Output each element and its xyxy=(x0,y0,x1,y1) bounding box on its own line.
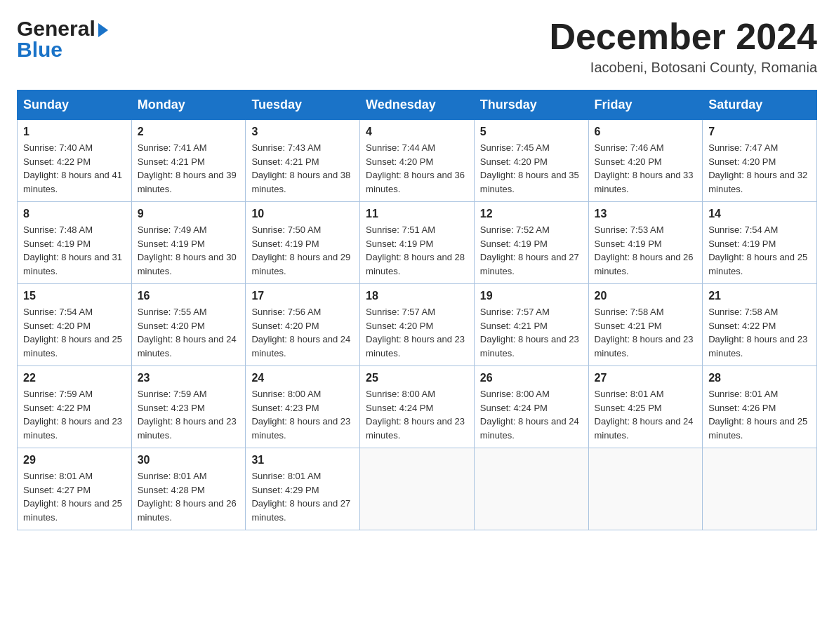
day-number: 27 xyxy=(595,372,697,384)
day-number: 11 xyxy=(366,208,468,220)
day-info: Sunrise: 8:00 AMSunset: 4:23 PMDaylight:… xyxy=(251,387,354,442)
day-number: 19 xyxy=(480,290,583,302)
calendar-cell: 4 Sunrise: 7:44 AMSunset: 4:20 PMDayligh… xyxy=(360,120,475,202)
calendar-week-row: 1 Sunrise: 7:40 AMSunset: 4:22 PMDayligh… xyxy=(18,120,817,202)
calendar-cell: 9 Sunrise: 7:49 AMSunset: 4:19 PMDayligh… xyxy=(131,202,246,284)
calendar-week-row: 29 Sunrise: 8:01 AMSunset: 4:27 PMDaylig… xyxy=(18,448,817,530)
column-header-monday: Monday xyxy=(131,90,246,120)
day-info: Sunrise: 7:52 AMSunset: 4:19 PMDaylight:… xyxy=(480,223,583,278)
column-header-wednesday: Wednesday xyxy=(360,90,475,120)
calendar-cell: 24 Sunrise: 8:00 AMSunset: 4:23 PMDaylig… xyxy=(246,366,360,448)
day-info: Sunrise: 7:59 AMSunset: 4:23 PMDaylight:… xyxy=(138,387,240,442)
day-number: 24 xyxy=(251,372,354,384)
day-info: Sunrise: 8:01 AMSunset: 4:28 PMDaylight:… xyxy=(138,469,240,524)
calendar-cell: 31 Sunrise: 8:01 AMSunset: 4:29 PMDaylig… xyxy=(246,448,360,530)
page-header: General Blue December 2024 Iacobeni, Bot… xyxy=(17,17,817,76)
logo-general: General xyxy=(17,17,108,41)
day-info: Sunrise: 8:01 AMSunset: 4:29 PMDaylight:… xyxy=(251,469,354,524)
calendar-header-row: SundayMondayTuesdayWednesdayThursdayFrid… xyxy=(18,90,817,120)
day-info: Sunrise: 7:51 AMSunset: 4:19 PMDaylight:… xyxy=(366,223,468,278)
title-section: December 2024 Iacobeni, Botosani County,… xyxy=(549,17,817,76)
day-number: 30 xyxy=(138,454,240,467)
calendar-cell: 1 Sunrise: 7:40 AMSunset: 4:22 PMDayligh… xyxy=(18,120,132,202)
day-number: 18 xyxy=(366,290,468,302)
calendar-cell: 12 Sunrise: 7:52 AMSunset: 4:19 PMDaylig… xyxy=(474,202,588,284)
day-number: 2 xyxy=(138,126,240,138)
day-info: Sunrise: 8:01 AMSunset: 4:27 PMDaylight:… xyxy=(23,469,126,524)
calendar-cell: 27 Sunrise: 8:01 AMSunset: 4:25 PMDaylig… xyxy=(588,366,703,448)
day-info: Sunrise: 7:57 AMSunset: 4:21 PMDaylight:… xyxy=(480,305,583,360)
calendar-cell xyxy=(474,448,588,530)
day-number: 28 xyxy=(708,372,811,384)
day-info: Sunrise: 7:48 AMSunset: 4:19 PMDaylight:… xyxy=(23,223,126,278)
column-header-saturday: Saturday xyxy=(703,90,817,120)
day-number: 1 xyxy=(23,126,126,138)
month-title: December 2024 xyxy=(549,17,817,57)
day-number: 20 xyxy=(595,290,697,302)
day-info: Sunrise: 7:54 AMSunset: 4:20 PMDaylight:… xyxy=(23,305,126,360)
day-info: Sunrise: 7:57 AMSunset: 4:20 PMDaylight:… xyxy=(366,305,468,360)
calendar-cell: 26 Sunrise: 8:00 AMSunset: 4:24 PMDaylig… xyxy=(474,366,588,448)
calendar-cell: 21 Sunrise: 7:58 AMSunset: 4:22 PMDaylig… xyxy=(703,284,817,366)
day-number: 12 xyxy=(480,208,583,220)
day-info: Sunrise: 8:01 AMSunset: 4:26 PMDaylight:… xyxy=(708,387,811,442)
day-number: 17 xyxy=(251,290,354,302)
day-number: 9 xyxy=(138,208,240,220)
calendar-table: SundayMondayTuesdayWednesdayThursdayFrid… xyxy=(17,90,817,530)
day-info: Sunrise: 7:49 AMSunset: 4:19 PMDaylight:… xyxy=(138,223,240,278)
day-number: 7 xyxy=(708,126,811,138)
calendar-cell xyxy=(360,448,475,530)
day-number: 4 xyxy=(366,126,468,138)
calendar-cell: 14 Sunrise: 7:54 AMSunset: 4:19 PMDaylig… xyxy=(703,202,817,284)
day-number: 10 xyxy=(251,208,354,220)
logo-blue: Blue xyxy=(17,38,62,62)
calendar-cell: 23 Sunrise: 7:59 AMSunset: 4:23 PMDaylig… xyxy=(131,366,246,448)
day-number: 15 xyxy=(23,290,126,302)
calendar-cell: 30 Sunrise: 8:01 AMSunset: 4:28 PMDaylig… xyxy=(131,448,246,530)
day-number: 16 xyxy=(138,290,240,302)
day-info: Sunrise: 7:55 AMSunset: 4:20 PMDaylight:… xyxy=(138,305,240,360)
column-header-friday: Friday xyxy=(588,90,703,120)
calendar-cell: 10 Sunrise: 7:50 AMSunset: 4:19 PMDaylig… xyxy=(246,202,360,284)
day-number: 6 xyxy=(595,126,697,138)
day-info: Sunrise: 7:45 AMSunset: 4:20 PMDaylight:… xyxy=(480,141,583,196)
calendar-cell: 29 Sunrise: 8:01 AMSunset: 4:27 PMDaylig… xyxy=(18,448,132,530)
calendar-cell xyxy=(703,448,817,530)
calendar-cell xyxy=(588,448,703,530)
day-number: 22 xyxy=(23,372,126,384)
day-info: Sunrise: 8:00 AMSunset: 4:24 PMDaylight:… xyxy=(480,387,583,442)
calendar-cell: 20 Sunrise: 7:58 AMSunset: 4:21 PMDaylig… xyxy=(588,284,703,366)
day-info: Sunrise: 7:50 AMSunset: 4:19 PMDaylight:… xyxy=(251,223,354,278)
calendar-cell: 25 Sunrise: 8:00 AMSunset: 4:24 PMDaylig… xyxy=(360,366,475,448)
day-number: 14 xyxy=(708,208,811,220)
day-info: Sunrise: 7:44 AMSunset: 4:20 PMDaylight:… xyxy=(366,141,468,196)
day-number: 25 xyxy=(366,372,468,384)
day-info: Sunrise: 7:53 AMSunset: 4:19 PMDaylight:… xyxy=(595,223,697,278)
calendar-week-row: 22 Sunrise: 7:59 AMSunset: 4:22 PMDaylig… xyxy=(18,366,817,448)
day-number: 29 xyxy=(23,454,126,467)
day-number: 23 xyxy=(138,372,240,384)
day-info: Sunrise: 7:59 AMSunset: 4:22 PMDaylight:… xyxy=(23,387,126,442)
column-header-tuesday: Tuesday xyxy=(246,90,360,120)
column-header-thursday: Thursday xyxy=(474,90,588,120)
day-info: Sunrise: 8:01 AMSunset: 4:25 PMDaylight:… xyxy=(595,387,697,442)
column-header-sunday: Sunday xyxy=(18,90,132,120)
calendar-cell: 2 Sunrise: 7:41 AMSunset: 4:21 PMDayligh… xyxy=(131,120,246,202)
calendar-cell: 13 Sunrise: 7:53 AMSunset: 4:19 PMDaylig… xyxy=(588,202,703,284)
day-info: Sunrise: 7:41 AMSunset: 4:21 PMDaylight:… xyxy=(138,141,240,196)
day-info: Sunrise: 7:47 AMSunset: 4:20 PMDaylight:… xyxy=(708,141,811,196)
day-info: Sunrise: 7:58 AMSunset: 4:21 PMDaylight:… xyxy=(595,305,697,360)
day-info: Sunrise: 7:40 AMSunset: 4:22 PMDaylight:… xyxy=(23,141,126,196)
day-number: 13 xyxy=(595,208,697,220)
day-info: Sunrise: 8:00 AMSunset: 4:24 PMDaylight:… xyxy=(366,387,468,442)
calendar-cell: 16 Sunrise: 7:55 AMSunset: 4:20 PMDaylig… xyxy=(131,284,246,366)
calendar-cell: 17 Sunrise: 7:56 AMSunset: 4:20 PMDaylig… xyxy=(246,284,360,366)
calendar-cell: 28 Sunrise: 8:01 AMSunset: 4:26 PMDaylig… xyxy=(703,366,817,448)
day-info: Sunrise: 7:43 AMSunset: 4:21 PMDaylight:… xyxy=(251,141,354,196)
day-number: 3 xyxy=(251,126,354,138)
calendar-cell: 8 Sunrise: 7:48 AMSunset: 4:19 PMDayligh… xyxy=(18,202,132,284)
calendar-cell: 11 Sunrise: 7:51 AMSunset: 4:19 PMDaylig… xyxy=(360,202,475,284)
calendar-cell: 5 Sunrise: 7:45 AMSunset: 4:20 PMDayligh… xyxy=(474,120,588,202)
calendar-week-row: 8 Sunrise: 7:48 AMSunset: 4:19 PMDayligh… xyxy=(18,202,817,284)
day-number: 8 xyxy=(23,208,126,220)
